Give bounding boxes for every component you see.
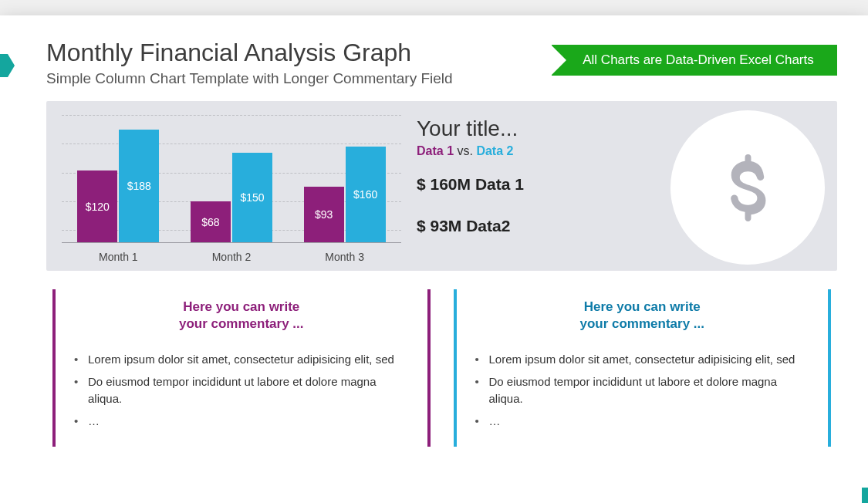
bar-chart: $120$188$68$150$93$160 Month 1Month 2Mon… [62, 112, 401, 263]
info-data2-label: Data 2 [476, 144, 513, 157]
list-item: Do eiusmod tempor incididunt ut labore e… [74, 373, 409, 408]
bar-data2: $160 [346, 147, 386, 242]
commentary-left: Here you can write your commentary ... L… [52, 289, 431, 447]
bar-data1: $68 [191, 201, 231, 242]
commentary-right-head-l1: Here you can write [584, 299, 701, 314]
commentary-right-head: Here you can write your commentary ... [475, 299, 810, 333]
commentary-left-list: Lorem ipsum dolor sit amet, consectetur … [74, 351, 409, 430]
x-axis-label: Month 1 [76, 251, 160, 263]
commentary-row: Here you can write your commentary ... L… [46, 289, 837, 447]
dollar-circle [670, 110, 825, 265]
accent-left [0, 54, 8, 77]
accent-right [862, 488, 868, 503]
commentary-left-head-l2: your commentary ... [179, 316, 304, 331]
ribbon-text: All Charts are Data-Driven Excel Charts [583, 52, 813, 67]
list-item: … [74, 413, 409, 430]
chart-x-axis: Month 1Month 2Month 3 [62, 242, 401, 263]
chart-bars: $120$188$68$150$93$160 [62, 112, 401, 242]
commentary-left-head-l1: Here you can write [183, 299, 299, 314]
slide: Monthly Financial Analysis Graph Simple … [0, 15, 868, 503]
commentary-left-head: Here you can write your commentary ... [74, 299, 409, 333]
x-axis-label: Month 2 [189, 251, 274, 263]
info-data1-label: Data 1 [417, 144, 454, 157]
list-item: … [475, 413, 810, 430]
bar-group: $120$188 [77, 130, 159, 242]
titles: Monthly Financial Analysis Graph Simple … [46, 39, 453, 87]
list-item: Lorem ipsum dolor sit amet, consectetur … [74, 351, 409, 369]
chart-info: Your title... Data 1 vs. Data 2 $ 160M D… [417, 112, 822, 263]
dollar-icon [711, 151, 785, 224]
commentary-right-head-l2: your commentary ... [579, 316, 704, 331]
info-vs: vs. [454, 144, 476, 157]
list-item: Lorem ipsum dolor sit amet, consectetur … [475, 351, 810, 369]
bar-data1: $120 [77, 170, 117, 242]
bar-group: $68$150 [191, 153, 272, 242]
bar-data2: $150 [232, 153, 272, 242]
bar-group: $93$160 [304, 147, 386, 242]
chart-panel: $120$188$68$150$93$160 Month 1Month 2Mon… [46, 101, 837, 271]
bar-data2: $188 [119, 130, 159, 242]
commentary-right-list: Lorem ipsum dolor sit amet, consectetur … [475, 351, 810, 430]
bar-data1: $93 [304, 187, 344, 242]
list-item: Do eiusmod tempor incididunt ut labore e… [475, 373, 810, 408]
commentary-right: Here you can write your commentary ... L… [454, 289, 832, 447]
ribbon-banner: All Charts are Data-Driven Excel Charts [552, 45, 837, 76]
x-axis-label: Month 3 [302, 251, 387, 263]
page-title: Monthly Financial Analysis Graph [46, 39, 453, 67]
page-subtitle: Simple Column Chart Template with Longer… [46, 70, 453, 87]
header: Monthly Financial Analysis Graph Simple … [46, 39, 837, 87]
